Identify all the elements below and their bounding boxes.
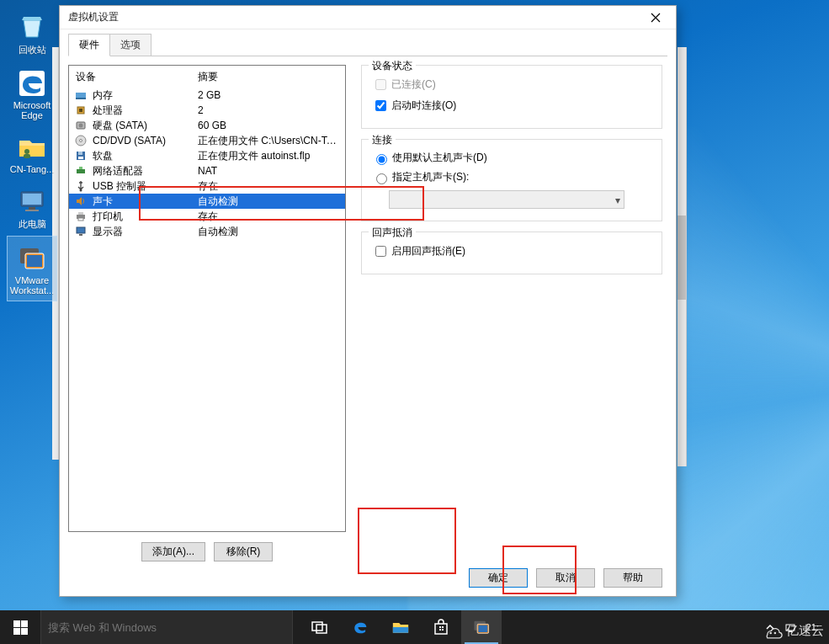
- checkbox-echo-input[interactable]: [375, 246, 386, 257]
- cpu-icon: [74, 104, 88, 117]
- taskbar-search[interactable]: [40, 610, 293, 644]
- dialog-footer-buttons: 确定 取消 帮助: [68, 562, 667, 588]
- radio-specify-input[interactable]: [376, 173, 387, 184]
- hardware-row-name: 处理器: [93, 104, 198, 118]
- remove-button[interactable]: 移除(R): [214, 542, 273, 562]
- hardware-row-network[interactable]: 网络适配器NAT: [69, 163, 345, 178]
- svg-rect-22: [79, 167, 82, 169]
- desktop-icon-vmware[interactable]: VMware Workstat...: [7, 236, 57, 301]
- edge-icon: [15, 67, 49, 100]
- vmware-icon: [15, 242, 49, 275]
- taskbar-taskview[interactable]: [300, 610, 340, 644]
- hardware-row-cpu[interactable]: 处理器2: [69, 103, 345, 118]
- desktop-icon-label: CN-Tang...: [10, 164, 55, 174]
- printer-icon: [74, 210, 88, 223]
- hardware-row-memory[interactable]: 内存2 GB: [69, 88, 345, 103]
- hardware-row-floppy[interactable]: 软盘正在使用文件 autoinst.flp: [69, 148, 345, 163]
- hardware-row-summary: NAT: [198, 165, 338, 177]
- hardware-row-summary: 2: [198, 104, 338, 116]
- hardware-row-summary: 存在: [198, 210, 338, 224]
- checkbox-label: 启动时连接(O): [391, 98, 456, 113]
- svg-rect-33: [312, 622, 322, 631]
- ok-button[interactable]: 确定: [469, 568, 528, 588]
- desktop-icon-this-pc[interactable]: 此电脑: [7, 179, 57, 236]
- hardware-row-usb[interactable]: USB 控制器存在: [69, 178, 345, 194]
- svg-rect-31: [13, 628, 20, 635]
- desktop-icon-recycle-bin[interactable]: 回收站: [7, 5, 57, 61]
- svg-rect-37: [442, 626, 444, 628]
- checkbox-label: 已连接(C): [391, 77, 436, 92]
- desktop-icons: 回收站 Microsoft Edge CN-Tang... 此电脑 VMware…: [7, 5, 57, 301]
- svg-rect-9: [27, 255, 42, 267]
- hardware-list[interactable]: 设备 摘要 内存2 GB处理器2硬盘 (SATA)60 GBCD/DVD (SA…: [68, 65, 346, 532]
- svg-rect-25: [78, 212, 83, 215]
- radio-specify[interactable]: 指定主机声卡(S):: [372, 168, 651, 187]
- hardware-row-sound[interactable]: 声卡自动检测: [69, 194, 345, 209]
- titlebar[interactable]: 虚拟机设置: [60, 6, 676, 29]
- add-button[interactable]: 添加(A)...: [141, 542, 205, 562]
- floppy-icon: [74, 149, 88, 162]
- tab-options[interactable]: 选项: [109, 34, 151, 56]
- hardware-row-name: 内存: [93, 88, 198, 103]
- checkbox-connected: 已连接(C): [372, 74, 651, 95]
- tab-hardware[interactable]: 硬件: [68, 34, 110, 56]
- svg-rect-6: [25, 210, 39, 211]
- cd-icon: [74, 134, 88, 147]
- hardware-list-header: 设备 摘要: [69, 66, 345, 88]
- watermark-cloud-icon: [761, 624, 783, 639]
- svg-rect-34: [316, 625, 327, 633]
- close-button[interactable]: [639, 6, 672, 29]
- taskbar: 21:: [0, 610, 829, 644]
- windows-logo-icon: [13, 620, 28, 635]
- folder-user-icon: [15, 130, 49, 164]
- taskbar-explorer[interactable]: [380, 610, 421, 644]
- svg-rect-19: [78, 152, 82, 155]
- svg-rect-27: [77, 227, 85, 233]
- vmware-icon: [472, 618, 491, 636]
- taskbar-store[interactable]: [421, 610, 461, 644]
- hardware-row-name: 软盘: [93, 149, 198, 163]
- radio-use-default-input[interactable]: [376, 154, 387, 165]
- hardware-row-name: 网络适配器: [93, 164, 198, 178]
- edge-icon: [351, 618, 369, 636]
- desktop-icon-label: Microsoft Edge: [7, 100, 57, 120]
- hardware-row-summary: 正在使用文件 autoinst.flp: [198, 149, 338, 163]
- search-input[interactable]: [41, 610, 292, 644]
- cancel-button[interactable]: 取消: [536, 568, 595, 588]
- dialog-title: 虚拟机设置: [68, 10, 119, 24]
- svg-rect-20: [78, 157, 83, 159]
- taskbar-vmware[interactable]: [461, 610, 502, 644]
- group-device-status: 设备状态 已连接(C) 启动时连接(O): [361, 65, 662, 129]
- hardware-row-display[interactable]: 显示器自动检测: [69, 224, 345, 239]
- this-pc-icon: [15, 184, 49, 218]
- hardware-row-summary: 自动检测: [198, 225, 338, 239]
- desktop-icon-user-folder[interactable]: CN-Tang...: [7, 125, 57, 179]
- svg-rect-4: [23, 194, 41, 205]
- network-icon: [74, 164, 88, 178]
- checkbox-connect-on-power-input[interactable]: [375, 100, 386, 111]
- hardware-row-printer[interactable]: 打印机存在: [69, 209, 345, 224]
- taskbar-edge[interactable]: [340, 610, 380, 644]
- start-button[interactable]: [0, 610, 40, 644]
- memory-icon: [74, 88, 88, 102]
- hardware-row-disk[interactable]: 硬盘 (SATA)60 GB: [69, 118, 345, 133]
- svg-point-17: [80, 140, 82, 142]
- host-soundcard-select: ▾: [389, 190, 624, 209]
- checkbox-connect-on-power[interactable]: 启动时连接(O): [372, 95, 651, 116]
- checkbox-connected-input: [375, 79, 386, 90]
- folder-icon: [391, 618, 410, 636]
- svg-point-15: [79, 124, 83, 128]
- hardware-row-name: 声卡: [93, 194, 198, 209]
- hardware-row-cd[interactable]: CD/DVD (SATA)正在使用文件 C:\Users\CN-Tan...: [69, 133, 345, 148]
- checkbox-label: 启用回声抵消(E): [391, 244, 465, 258]
- hardware-row-summary: 60 GB: [198, 120, 338, 131]
- help-button[interactable]: 帮助: [603, 568, 662, 588]
- svg-rect-38: [439, 629, 441, 631]
- desktop-icon-edge[interactable]: Microsoft Edge: [7, 61, 57, 125]
- radio-use-default[interactable]: 使用默认主机声卡(D): [372, 148, 651, 168]
- checkbox-echo[interactable]: 启用回声抵消(E): [372, 241, 651, 262]
- hardware-row-name: 硬盘 (SATA): [93, 119, 198, 133]
- watermark-text: 亿速云: [786, 623, 824, 639]
- chevron-down-icon: ▾: [615, 194, 620, 206]
- vm-settings-dialog: 虚拟机设置 硬件 选项 设备 摘要 内存2 GB处理器2硬盘 (SATA)60 …: [59, 5, 677, 597]
